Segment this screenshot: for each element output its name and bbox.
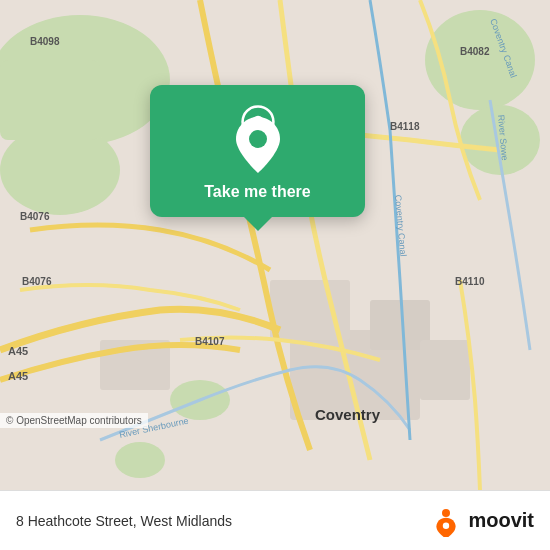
svg-text:B4098: B4098	[30, 36, 60, 47]
map-view[interactable]: B4098 B4076 B4076 B4107 B4118 B4082 B411…	[0, 0, 550, 490]
bottom-bar: 8 Heathcote Street, West Midlands moovit	[0, 490, 550, 550]
address-label: 8 Heathcote Street, West Midlands	[16, 513, 430, 529]
svg-point-29	[249, 130, 267, 148]
svg-text:B4107: B4107	[195, 336, 225, 347]
svg-text:Coventry: Coventry	[315, 406, 381, 423]
svg-text:B4076: B4076	[20, 211, 50, 222]
svg-text:B4110: B4110	[455, 276, 485, 287]
svg-point-31	[442, 509, 450, 517]
svg-rect-5	[0, 60, 100, 140]
svg-text:B4118: B4118	[390, 121, 420, 132]
take-me-there-popup[interactable]: Take me there	[150, 85, 365, 217]
svg-text:B4082: B4082	[460, 46, 490, 57]
svg-point-7	[115, 442, 165, 478]
svg-text:B4076: B4076	[22, 276, 52, 287]
moovit-logo: moovit	[430, 505, 534, 537]
svg-point-32	[443, 522, 449, 528]
svg-text:A45: A45	[8, 370, 28, 382]
copyright-notice: © OpenStreetMap contributors	[0, 413, 148, 428]
svg-text:A45: A45	[8, 345, 28, 357]
map-pin-icon	[236, 117, 280, 173]
take-me-there-label: Take me there	[204, 183, 310, 201]
moovit-wordmark: moovit	[468, 509, 534, 532]
moovit-brand-icon	[430, 505, 462, 537]
svg-rect-11	[420, 340, 470, 400]
